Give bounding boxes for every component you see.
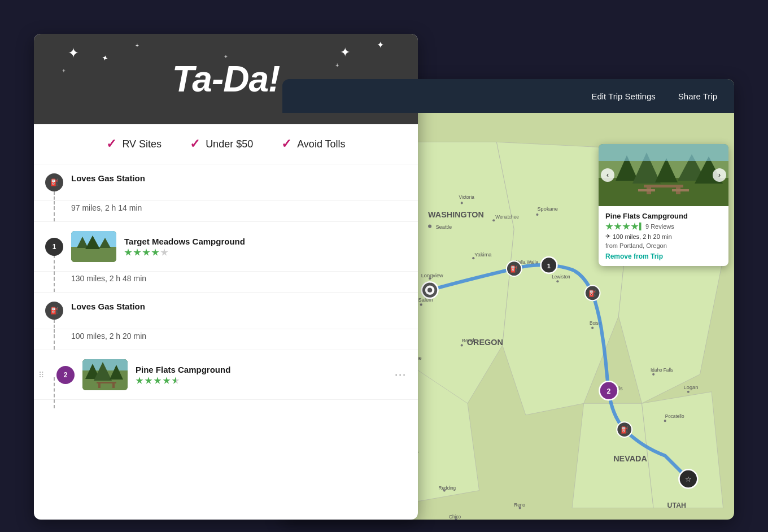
c2-star-4: [163, 377, 171, 385]
svg-text:Seattle: Seattle: [435, 224, 452, 230]
svg-text:Reno: Reno: [514, 503, 525, 508]
check-mark-rv: ✓: [106, 137, 116, 151]
c2-star-1: [136, 377, 143, 385]
checks-row: ✓ RV Sites ✓ Under $50 ✓ Avoid Tolls: [34, 124, 418, 164]
popup-distance: ✈ 100 miles, 2 h 20 min: [605, 233, 722, 240]
gas-1-title: Loves Gas Station: [71, 173, 407, 183]
svg-point-53: [427, 288, 432, 293]
svg-text:1: 1: [547, 263, 551, 269]
check-rv-sites: ✓ RV Sites: [106, 137, 162, 151]
check-mark-tolls: ✓: [281, 137, 291, 151]
camp-2-marker: 2: [56, 366, 75, 384]
c2-star-3: [154, 377, 162, 385]
gas-marker-2: ⛽: [45, 302, 63, 320]
drag-handle[interactable]: ⠿: [38, 370, 44, 380]
sparkle-2: ✦: [101, 53, 110, 64]
popup-from: from Portland, Oregon: [605, 242, 722, 249]
svg-text:Lewiston: Lewiston: [552, 274, 570, 280]
check-under-50: ✓ Under $50: [190, 137, 253, 151]
svg-point-19: [420, 303, 422, 306]
check-label-price: Under $50: [206, 138, 253, 150]
tl-d1: [54, 201, 55, 221]
svg-point-37: [664, 420, 666, 422]
gas-1-content: Loves Gas Station: [71, 173, 407, 185]
distance-row-3: 100 miles, 2 h 20 min: [34, 329, 418, 350]
itinerary-item-camp-1: 1 Target Meadows Campground: [34, 222, 418, 272]
sparkle-7: +: [335, 62, 339, 68]
camp-2-title: Pine Flats Campground: [136, 365, 395, 374]
svg-point-15: [536, 213, 538, 216]
map-popup: ‹ › Pine Flats Campground 9 Reviews: [599, 144, 728, 266]
popup-title: Pine Flats Campground: [605, 212, 722, 220]
remove-from-trip-button[interactable]: Remove from Trip: [605, 252, 722, 260]
popup-star-3: [622, 223, 630, 230]
svg-text:Pocatello: Pocatello: [665, 414, 684, 419]
map-topbar: Edit Trip Settings Share Trip: [282, 79, 734, 113]
sparkle-5: ✦: [340, 45, 350, 60]
popup-star-4: [631, 223, 639, 230]
gas-marker-1: ⛽: [45, 173, 63, 191]
edit-trip-settings-link[interactable]: Edit Trip Settings: [591, 91, 655, 101]
check-avoid-tolls: ✓ Avoid Tolls: [281, 137, 345, 151]
svg-text:Chico: Chico: [449, 514, 461, 520]
c1-star-1: [124, 248, 132, 256]
tada-title: Ta-Da!: [172, 58, 280, 100]
tl-d3: [54, 329, 55, 350]
svg-text:Yakima: Yakima: [474, 252, 492, 258]
svg-text:2: 2: [607, 387, 611, 395]
c2-star-2: [145, 377, 152, 385]
distance-row-1: 97 miles, 2 h 14 min: [34, 201, 418, 222]
svg-point-13: [492, 219, 495, 221]
camp-1-marker: 1: [45, 238, 63, 256]
svg-rect-90: [97, 382, 116, 383]
svg-rect-81: [71, 247, 116, 262]
svg-text:Idaho Falls: Idaho Falls: [651, 368, 673, 373]
camp-2-content: Pine Flats Campground: [136, 365, 395, 385]
popup-next-button[interactable]: ›: [713, 168, 726, 182]
svg-text:Bend: Bend: [462, 338, 474, 343]
c1-star-5: [160, 248, 168, 256]
camp-2-thumb: [82, 359, 128, 390]
popup-reviews: 9 Reviews: [645, 223, 674, 230]
camp-1-stars: [124, 248, 407, 256]
svg-point-39: [687, 391, 690, 393]
svg-text:Victoria: Victoria: [459, 195, 475, 200]
sparkle-1: ✦: [68, 45, 79, 61]
c2-star-5: [172, 377, 180, 385]
svg-text:Logan: Logan: [684, 385, 699, 390]
gas-2-content: Loves Gas Station: [71, 302, 407, 313]
itinerary-item-gas-1: ⛽ Loves Gas Station: [34, 164, 418, 201]
c1-star-2: [133, 248, 141, 256]
svg-text:Wenatchee: Wenatchee: [495, 215, 519, 220]
popup-stars-row: [605, 223, 643, 230]
svg-rect-91: [98, 383, 101, 388]
svg-text:Longview: Longview: [421, 273, 443, 278]
camp-2-stars: [136, 377, 395, 385]
camp-1-title: Target Meadows Campground: [124, 237, 407, 246]
svg-point-23: [461, 344, 463, 346]
popup-star-2: [614, 223, 622, 230]
c1-star-4: [151, 248, 159, 256]
check-label-tolls: Avoid Tolls: [297, 138, 345, 150]
camp-2-more-button[interactable]: ···: [395, 369, 407, 381]
tl-d2: [54, 272, 55, 292]
timeline-line-4: [54, 377, 55, 408]
distance-row-2: 130 miles, 2 h 48 min: [34, 272, 418, 293]
itinerary-list: ⛽ Loves Gas Station 97 miles, 2 h 14 min…: [34, 164, 418, 517]
share-trip-link[interactable]: Share Trip: [678, 91, 717, 101]
svg-text:⛽: ⛽: [588, 289, 597, 297]
svg-rect-92: [112, 383, 115, 388]
gas-2-title: Loves Gas Station: [71, 302, 407, 311]
svg-text:UTAH: UTAH: [667, 502, 686, 509]
svg-point-11: [461, 202, 463, 204]
svg-text:☆: ☆: [685, 475, 692, 483]
camp-1-content: Target Meadows Campground: [124, 237, 407, 256]
c1-star-3: [142, 248, 150, 256]
svg-text:Spokane: Spokane: [537, 206, 558, 212]
svg-rect-73: [644, 185, 683, 187]
svg-rect-77: [672, 189, 689, 191]
svg-text:NEVADA: NEVADA: [613, 454, 647, 463]
popup-image: ‹ ›: [599, 144, 728, 206]
popup-prev-button[interactable]: ‹: [601, 168, 614, 182]
svg-text:WASHINGTON: WASHINGTON: [428, 210, 484, 219]
